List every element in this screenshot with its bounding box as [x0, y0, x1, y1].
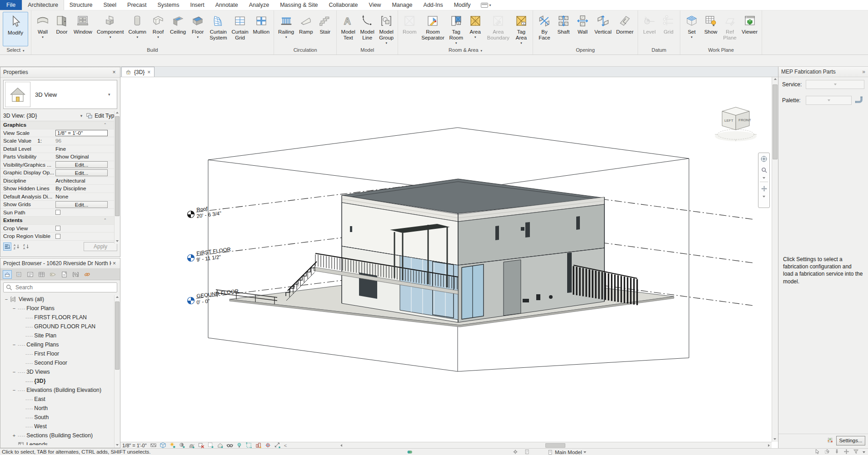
ribbon-button-area[interactable]: Area▾ [466, 11, 485, 47]
property-value[interactable]: Architectural [54, 178, 114, 184]
tab-add-ins[interactable]: Add-Ins [418, 0, 449, 10]
horizontal-scrollbar[interactable] [339, 442, 772, 448]
browser-list-icon[interactable] [25, 270, 35, 279]
measure-icon[interactable] [274, 442, 281, 448]
reveal-constraints-icon[interactable] [264, 442, 272, 448]
tree-item-elevations-building-elevation[interactable]: −----Elevations (Building Elevation) [0, 386, 120, 395]
browser-search-box[interactable] [3, 282, 117, 292]
type-combo[interactable]: 3D View: {3D} ▾ [3, 113, 86, 119]
property-value[interactable]: Show Original [54, 153, 114, 160]
pan-icon[interactable] [759, 184, 768, 193]
properties-scrollbar[interactable] [114, 111, 120, 244]
tab-massing-site[interactable]: Massing & Site [274, 0, 323, 10]
sort-descending-icon[interactable]: ZA [22, 242, 30, 251]
tree-plus-expander[interactable]: + [12, 433, 16, 438]
edit-type-button[interactable]: Edit Type [86, 112, 117, 119]
ribbon-button-show[interactable]: Show [701, 11, 720, 47]
scroll-down-icon[interactable] [773, 438, 776, 440]
ribbon-button-door[interactable]: Door [52, 11, 71, 47]
view-scale-input[interactable]: 1/8" = 1'-0" [55, 130, 108, 136]
tab-systems[interactable]: Systems [152, 0, 185, 10]
ribbon-button-stair[interactable]: Stair [315, 11, 334, 47]
tree-item-first-floor[interactable]: ----First Floor [0, 349, 120, 358]
tree-item-views-all[interactable]: −Views (all) [0, 295, 120, 304]
crop-region-icon[interactable] [207, 442, 215, 448]
active-workset-icon[interactable] [524, 449, 531, 455]
reveal-hidden-elements-icon[interactable] [235, 442, 243, 448]
ribbon-button-roof[interactable]: Roof▾ [149, 11, 168, 47]
viewcube-left-face[interactable]: LEFT [724, 119, 733, 123]
render-icon[interactable] [188, 442, 195, 448]
ribbon-button-ramp[interactable]: Ramp [296, 11, 315, 47]
chevron-down-icon[interactable] [863, 451, 865, 453]
tab-modify[interactable]: Modify [449, 0, 476, 10]
browser-views-icon[interactable] [3, 270, 12, 279]
ribbon-button-dormer[interactable]: Dormer [614, 11, 636, 47]
chevron-down-icon[interactable] [759, 176, 768, 180]
ribbon-button-floor[interactable]: Floor▾ [188, 11, 207, 47]
select-link-toggle-icon[interactable] [815, 449, 821, 455]
ribbon-button-by-face[interactable]: By Face [535, 11, 554, 47]
browser-selection-icon[interactable] [14, 270, 23, 279]
ribbon-button-curtain-grid[interactable]: Curtain Grid [229, 11, 251, 47]
tab-view[interactable]: View [364, 0, 387, 10]
ribbon-button-wall[interactable]: Wall▾ [33, 11, 52, 47]
tree-item-legends[interactable]: Legends [0, 440, 120, 445]
ribbon-button-curtain-system[interactable]: Curtain System [207, 11, 229, 47]
palette-combo[interactable] [806, 96, 852, 105]
ribbon-button-wall[interactable]: Wall [573, 11, 592, 47]
properties-section-graphics[interactable]: Graphics⌃ [0, 121, 114, 129]
tab-manage[interactable]: Manage [386, 0, 418, 10]
checkbox[interactable] [55, 226, 60, 231]
ribbon-button-modify[interactable]: Modify [3, 12, 28, 46]
tree-minus-expander[interactable]: − [12, 369, 16, 375]
tree-item-first-floor-plan[interactable]: ----FIRST FLOOR PLAN [0, 313, 120, 322]
tree-item-east[interactable]: ----East [0, 395, 120, 404]
ribbon-button-model-line[interactable]: Model Line [358, 11, 377, 47]
tab-annotate[interactable]: Annotate [210, 0, 244, 10]
section-collapse-icon[interactable]: ⌃ [103, 123, 114, 127]
ribbon-button-room-separator[interactable]: Room Separator [419, 11, 447, 47]
detail-level-icon[interactable] [150, 442, 157, 448]
tab-precast[interactable]: Precast [122, 0, 152, 10]
chevron-down-icon[interactable] [759, 195, 768, 198]
service-combo[interactable] [806, 80, 864, 89]
viewbar-collapse-icon[interactable]: < [284, 443, 287, 448]
tree-item-west[interactable]: ----West [0, 422, 120, 431]
apply-button[interactable]: Apply [84, 242, 117, 251]
ribbon-button-shaft[interactable]: Shaft [554, 11, 573, 47]
view-tab-3d[interactable]: {3D} × [121, 67, 155, 77]
visual-style-icon[interactable] [159, 442, 167, 448]
level-label-roof[interactable]: Roof [196, 206, 208, 213]
worksets-icon[interactable] [512, 449, 519, 455]
tab-insert[interactable]: Insert [185, 0, 210, 10]
browser-scrollbar[interactable] [114, 295, 120, 448]
displace-elements-icon[interactable] [254, 442, 262, 448]
tab-structure[interactable]: Structure [64, 0, 98, 10]
tree-item-3d-views[interactable]: −----3D Views [0, 367, 120, 376]
tree-minus-expander[interactable]: − [12, 342, 16, 347]
drag-elements-toggle-icon[interactable] [843, 449, 849, 455]
tab-steel[interactable]: Steel [98, 0, 122, 10]
tree-item-site-plan[interactable]: ----Site Plan [0, 331, 120, 340]
tree-item-south[interactable]: ----South [0, 413, 120, 422]
properties-section-extents[interactable]: Extents⌃ [0, 217, 114, 225]
tab-architecture[interactable]: Architecture [22, 0, 64, 10]
ribbon-group-label-select[interactable]: Select ▾ [0, 47, 31, 54]
crop-view-icon[interactable] [197, 442, 205, 448]
tree-item-3d[interactable]: ----{3D} [0, 376, 120, 386]
type-selector[interactable]: 3D View ▾ [3, 80, 117, 109]
tree-item-sections-building-section[interactable]: +----Sections (Building Section) [0, 431, 120, 440]
property-value[interactable]: 96 [54, 138, 114, 144]
ribbon-button-model-group[interactable]: Model Group▾ [377, 11, 396, 47]
settings-button[interactable]: Settings... [836, 436, 865, 445]
tree-item-floor-plans[interactable]: −----Floor Plans [0, 304, 120, 313]
filter-icon[interactable] [853, 449, 859, 455]
browser-group-icon[interactable] [71, 270, 80, 279]
edit-button[interactable]: Edit... [55, 169, 108, 176]
ribbon-button-column[interactable]: Column▾ [126, 11, 149, 47]
sun-settings-icon[interactable] [169, 442, 176, 448]
ribbon-button-vertical[interactable]: Vertical [592, 11, 614, 47]
ribbon-button-tag-area[interactable]: 1Tag Area▾ [512, 11, 531, 47]
edit-button[interactable]: Edit... [55, 201, 108, 208]
